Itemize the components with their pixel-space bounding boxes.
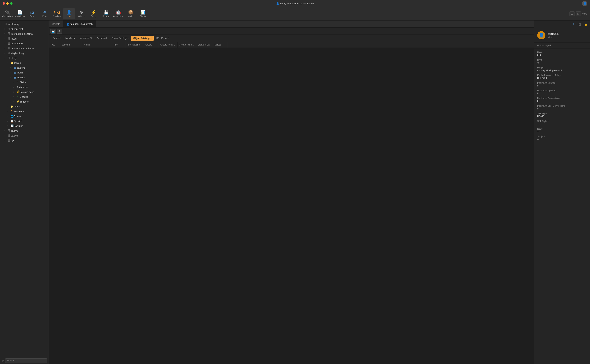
tabs-bar: Objects 👤 test@% (localmysql) <box>49 20 534 28</box>
sidebar-item-tables-folder[interactable]: ▾ 📁 Tables <box>0 60 49 65</box>
sidebar-item-queries[interactable]: › 📋 Queries <box>0 119 49 124</box>
sidebar-item-fields[interactable]: › ≡ Fields <box>0 80 49 85</box>
sidebar-item-indexes[interactable]: › A-Z Indexes <box>0 85 49 90</box>
sidebar-item-label: student <box>17 66 25 69</box>
priv-tab-general-label: General <box>52 37 61 39</box>
search-input[interactable] <box>5 358 47 363</box>
rp-prop-max-connections-value: 0 <box>537 100 587 102</box>
sidebar-item-sys[interactable]: › 🗄 sys <box>0 138 49 143</box>
rp-prop-ssl-type: SSL Type NONE <box>534 111 590 119</box>
user-icon: 👤 <box>67 10 71 14</box>
sidebar-item-teach[interactable]: › ▦ teach <box>0 70 49 75</box>
priv-tab-members[interactable]: Members <box>63 36 77 41</box>
priv-tab-advanced[interactable]: Advanced <box>95 36 109 41</box>
chevron-right-icon: › <box>5 130 7 132</box>
titlebar-title: 👤 test@% (localmysql) — Edited <box>276 2 314 5</box>
priv-tab-general[interactable]: General <box>50 36 63 41</box>
toolbar-item-charts[interactable]: 📊 Charts <box>137 8 149 20</box>
save-button[interactable]: 💾 <box>50 29 56 33</box>
sidebar-item-events[interactable]: › 🌐 Events <box>0 114 49 119</box>
indexes-icon: A-Z <box>16 86 20 89</box>
toolbar-item-backup[interactable]: 💾 Backup <box>100 8 112 20</box>
sidebar-item-performance-schema[interactable]: › 🗄 performance_schema <box>0 46 49 51</box>
rp-prop-issuer-label: Issuer <box>537 128 587 130</box>
db-icon: 🗄 <box>7 42 11 45</box>
layout-toggle-2[interactable]: ⊟ <box>576 11 581 16</box>
toolbar-item-function[interactable]: ƒ(x) Function <box>51 8 63 20</box>
sidebar-item-localmysql[interactable]: ▾ 🗄 localmysql <box>0 22 49 26</box>
toolbar-item-new-query[interactable]: 📄 New Query <box>14 8 26 20</box>
toolbar-item-user[interactable]: 👤 User <box>63 8 75 20</box>
right-panel-header: ℹ ▤ 🔒 <box>534 20 590 28</box>
sidebar-item-mysql[interactable]: › 🗄 mysql <box>0 36 49 41</box>
sidebar-item-student[interactable]: › ▦ student <box>0 65 49 70</box>
titlebar-right: 👤 <box>582 1 587 6</box>
rp-prop-plugin-label: Plugin <box>537 66 587 69</box>
sidebar-item-label: study2 <box>11 130 18 132</box>
sidebar-item-ebean-test[interactable]: › 🗄 ebean_test <box>0 26 49 31</box>
titlebar-separator: — <box>303 2 306 5</box>
toolbar-item-view[interactable]: 👁 View <box>39 8 50 20</box>
rp-user-section: 👤 test@% User <box>534 28 590 43</box>
chevron-right-icon: › <box>7 105 10 108</box>
backups-icon: 🔄 <box>10 124 14 127</box>
list-icon-button[interactable]: ▤ <box>577 22 582 26</box>
main-toolbar: 🔌 Connection 📄 New Query 🗂 Table 👁 View … <box>0 7 590 20</box>
toolbar-item-automation[interactable]: 🤖 Automation <box>112 8 124 20</box>
lock-icon-button[interactable]: 🔒 <box>583 22 588 26</box>
info-icon-button[interactable]: ℹ <box>571 22 576 26</box>
sidebar-item-functions[interactable]: › ƒ Functions <box>0 109 49 114</box>
rp-prop-user-label: User <box>537 51 587 54</box>
toolbar-item-others[interactable]: ⊕ Others <box>75 8 87 20</box>
close-button[interactable] <box>3 2 5 5</box>
rp-user-role: User <box>548 36 558 38</box>
sidebar-item-foreign-keys[interactable]: › 🔑 Foreign Keys <box>0 90 49 94</box>
rp-prop-max-updates-value: 0 <box>537 92 587 95</box>
sidebar-item-study2[interactable]: › 🗄 study2 <box>0 128 49 133</box>
sidebar-item-triggers[interactable]: › ⚡ Triggers <box>0 99 49 104</box>
sidebar-item-study4[interactable]: › 🗄 study4 <box>0 133 49 138</box>
sidebar-settings-icon[interactable]: ⚙ <box>1 359 4 362</box>
toolbar-item-connection[interactable]: 🔌 Connection <box>1 8 13 20</box>
col-name: Name <box>82 42 112 48</box>
sidebar-item-backups[interactable]: › 🔄 Backups <box>0 124 49 128</box>
sidebar-item-onlineorder[interactable]: › 🗄 onlineOrder <box>0 41 49 46</box>
sidebar-item-label: Indexes <box>20 86 28 89</box>
chevron-right-icon: › <box>5 28 7 30</box>
chevron-right-icon: › <box>10 72 13 74</box>
toolbar-item-model[interactable]: 📦 Model <box>124 8 136 20</box>
chevron-right-icon: › <box>5 135 7 137</box>
sidebar-item-staybooking[interactable]: › 🗄 staybooking <box>0 51 49 56</box>
sidebar-item-checks[interactable]: › ✓ Checks <box>0 94 49 99</box>
rp-prop-issuer-value: -- <box>537 130 587 133</box>
sidebar-item-label: ebean_test <box>11 28 23 30</box>
user-avatar[interactable]: 👤 <box>582 1 587 6</box>
col-type: Type <box>49 42 60 48</box>
sidebar-item-information-schema[interactable]: › 🗄 information_schema <box>0 31 49 36</box>
sidebar-item-label: study4 <box>11 134 18 137</box>
objects-toolbar: 💾 ⊕ <box>49 28 534 35</box>
tab-user[interactable]: 👤 test@% (localmysql) <box>63 20 96 27</box>
priv-tab-members-of[interactable]: Members Of <box>77 36 94 41</box>
rp-prop-max-user-connections-value: 0 <box>537 107 587 110</box>
layout-toggle-1[interactable]: ☰ <box>570 11 575 16</box>
sidebar-item-study[interactable]: ▾ 🗄 study <box>0 56 49 60</box>
tab-objects[interactable]: Objects <box>49 20 63 27</box>
priv-tab-server-privileges[interactable]: Server Privileges <box>109 36 131 41</box>
priv-tab-server-priv-label: Server Privileges <box>111 37 129 39</box>
add-privilege-button[interactable]: ⊕ <box>57 29 62 33</box>
sidebar-item-views[interactable]: › 📁 Views <box>0 104 49 109</box>
priv-tab-object-privileges[interactable]: Object Privileges <box>131 36 154 41</box>
sidebar-item-label: teacher <box>17 76 25 79</box>
priv-tab-sql-preview[interactable]: SQL Preview <box>154 36 172 41</box>
rp-prop-max-connections-label: Maximum Connections <box>537 97 587 100</box>
maximize-button[interactable] <box>10 2 13 5</box>
toolbar-item-table[interactable]: 🗂 Table <box>26 8 38 20</box>
toolbar-item-query[interactable]: ⚡ Query <box>88 8 100 20</box>
sidebar-item-teacher[interactable]: ▾ ▦ teacher <box>0 75 49 80</box>
view-label: View <box>42 15 47 17</box>
titlebar-edited-label: Edited <box>307 2 314 5</box>
chevron-down-icon: ▾ <box>1 23 5 25</box>
minimize-button[interactable] <box>6 2 9 5</box>
privilege-tabs: General Members Members Of Advanced Serv… <box>49 35 534 42</box>
